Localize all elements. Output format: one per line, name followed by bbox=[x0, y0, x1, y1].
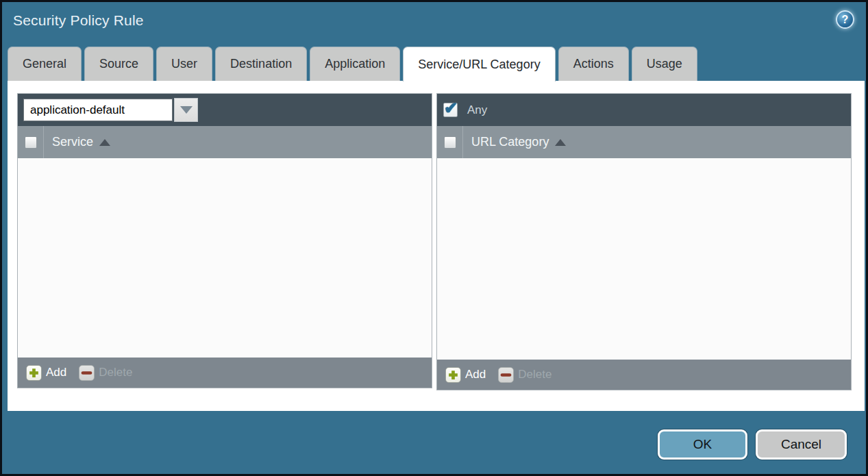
service-delete-label[interactable]: Delete bbox=[99, 366, 132, 379]
service-add-label[interactable]: Add bbox=[46, 366, 66, 379]
service-list-empty bbox=[18, 158, 432, 358]
url-category-footer: Add Delete bbox=[437, 360, 851, 390]
sort-ascending-icon[interactable] bbox=[555, 139, 566, 146]
security-policy-rule-dialog: Security Policy Rule ? General Source Us… bbox=[0, 0, 868, 476]
plus-icon bbox=[28, 367, 40, 379]
service-type-dropdown-value: application-default bbox=[30, 103, 125, 117]
service-column-header[interactable]: Service bbox=[52, 135, 93, 149]
check-icon: ✔ bbox=[444, 99, 458, 118]
service-panel: application-default Service bbox=[17, 93, 432, 388]
url-category-add-button[interactable] bbox=[445, 367, 461, 383]
help-icon[interactable]: ? bbox=[836, 10, 854, 29]
service-delete-button[interactable] bbox=[79, 365, 95, 381]
sort-ascending-icon[interactable] bbox=[99, 139, 110, 146]
chevron-down-icon bbox=[180, 106, 193, 114]
service-type-dropdown-button[interactable] bbox=[174, 98, 198, 122]
cancel-button[interactable]: Cancel bbox=[756, 429, 847, 460]
service-footer: Add Delete bbox=[18, 358, 432, 388]
ok-button[interactable]: OK bbox=[658, 429, 747, 460]
url-category-add-label[interactable]: Add bbox=[465, 368, 486, 381]
url-category-table-header: URL Category bbox=[437, 126, 851, 158]
tab-destination[interactable]: Destination bbox=[215, 47, 307, 81]
url-category-column-header[interactable]: URL Category bbox=[471, 135, 549, 149]
service-toolbar: application-default bbox=[18, 94, 432, 126]
tab-general[interactable]: General bbox=[8, 47, 82, 81]
service-table-header: Service bbox=[18, 126, 432, 158]
tab-actions[interactable]: Actions bbox=[558, 47, 629, 81]
url-category-any-bar: ✔ Any bbox=[437, 94, 851, 126]
tab-application[interactable]: Application bbox=[310, 47, 400, 81]
url-category-select-all-checkbox[interactable] bbox=[444, 136, 456, 149]
service-select-all-checkbox[interactable] bbox=[25, 136, 37, 149]
service-add-button[interactable] bbox=[26, 365, 42, 381]
any-label: Any bbox=[467, 103, 487, 117]
tab-user[interactable]: User bbox=[156, 47, 212, 81]
url-category-list-empty bbox=[437, 158, 851, 360]
url-category-select-all-cell bbox=[437, 126, 463, 158]
minus-icon bbox=[500, 369, 512, 381]
tab-usage[interactable]: Usage bbox=[632, 47, 697, 81]
tab-bar: General Source User Destination Applicat… bbox=[8, 47, 697, 81]
tab-content-service-url-category: application-default Service bbox=[8, 81, 865, 411]
url-category-delete-label[interactable]: Delete bbox=[518, 368, 551, 381]
url-category-delete-button[interactable] bbox=[498, 367, 514, 383]
plus-icon bbox=[447, 369, 459, 381]
service-select-all-cell bbox=[18, 126, 44, 158]
minus-icon bbox=[81, 367, 92, 379]
service-type-dropdown[interactable]: application-default bbox=[23, 99, 173, 121]
tab-source[interactable]: Source bbox=[84, 47, 153, 81]
url-category-panel: ✔ Any URL Category Add bbox=[436, 93, 852, 390]
tab-service-url-category[interactable]: Service/URL Category bbox=[403, 47, 555, 82]
dialog-title: Security Policy Rule bbox=[13, 12, 144, 29]
any-checkbox[interactable]: ✔ bbox=[443, 103, 458, 117]
